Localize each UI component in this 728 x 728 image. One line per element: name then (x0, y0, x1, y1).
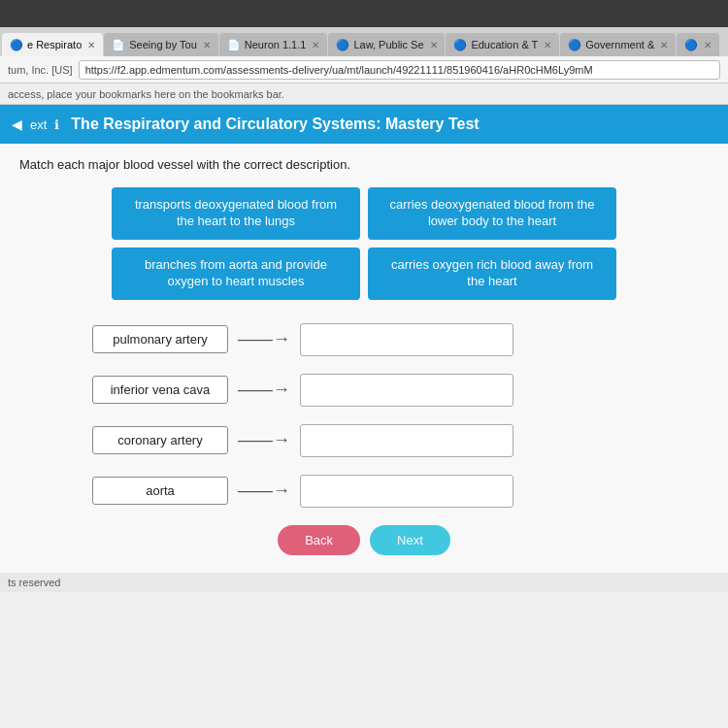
options-grid: transports deoxygenated blood from the h… (112, 187, 616, 300)
arrow-icon-4: ——→ (238, 480, 290, 501)
option-btn-3[interactable]: branches from aorta and provide oxygen t… (112, 248, 360, 300)
nav-label: ext (30, 117, 47, 132)
instruction-text: Match each major blood vessel with the c… (19, 157, 709, 172)
tab-more[interactable]: 🔵 ✕ (677, 33, 719, 56)
browser-top-bar (0, 0, 728, 27)
match-label-2: inferior vena cava (92, 376, 228, 404)
match-label-4: aorta (92, 477, 228, 505)
bottom-buttons: Back Next (19, 525, 709, 559)
tab-label: Education & T (471, 39, 538, 50)
match-label-3: coronary artery (92, 426, 228, 454)
bookmarks-bar: access, place your bookmarks here on the… (0, 83, 728, 105)
tab-icon: 📄 (227, 39, 241, 51)
arrow-icon-3: ——→ (238, 430, 290, 450)
match-label-1: pulmonary artery (92, 325, 228, 353)
tab-label: Neuron 1.1.1 (245, 39, 307, 50)
option-btn-1[interactable]: transports deoxygenated blood from the h… (112, 187, 360, 240)
tab-label: e Respirato (27, 39, 82, 50)
next-button[interactable]: Next (370, 525, 450, 555)
tab-icon: 📄 (112, 39, 125, 51)
match-drop-2[interactable] (300, 374, 513, 407)
tabs-bar: 🔵 e Respirato ✕ 📄 Seeing by Tou ✕ 📄 Neur… (0, 27, 728, 56)
tab-close[interactable]: ✕ (312, 40, 319, 50)
back-arrow[interactable]: ◀ (12, 116, 22, 132)
match-drop-3[interactable] (300, 424, 513, 457)
tab-close[interactable]: ✕ (704, 40, 711, 50)
arrow-icon-2: ——→ (238, 380, 290, 400)
tab-close[interactable]: ✕ (203, 40, 211, 50)
company-label: tum, Inc. [US] (8, 64, 73, 76)
quiz-title: The Respiratory and Circulatory Systems:… (71, 116, 479, 133)
info-icon[interactable]: ℹ (54, 117, 59, 132)
tab-close[interactable]: ✕ (430, 40, 438, 50)
main-area: Match each major blood vessel with the c… (0, 144, 728, 573)
page-content: ◀ ext ℹ The Respiratory and Circulatory … (0, 105, 728, 728)
match-row-4: aorta ——→ (92, 475, 636, 508)
tab-close[interactable]: ✕ (544, 40, 551, 50)
back-button[interactable]: Back (278, 525, 360, 555)
tab-label: Law, Public Se (353, 39, 423, 50)
match-drop-1[interactable] (300, 323, 513, 356)
tab-label: Government & (585, 39, 654, 50)
option-btn-4[interactable]: carries oxygen rich blood away from the … (368, 248, 616, 300)
address-bar: tum, Inc. [US] (0, 56, 728, 83)
bookmarks-hint: access, place your bookmarks here on the… (8, 88, 284, 100)
address-input[interactable] (79, 60, 720, 80)
quiz-header: ◀ ext ℹ The Respiratory and Circulatory … (0, 105, 728, 144)
tab-education[interactable]: 🔵 Education & T ✕ (446, 33, 559, 56)
tab-icon: 🔵 (568, 39, 581, 51)
match-row-3: coronary artery ——→ (92, 424, 636, 457)
tab-icon: 🔵 (453, 39, 467, 51)
tab-respirato[interactable]: 🔵 e Respirato ✕ (2, 33, 103, 56)
option-btn-2[interactable]: carries deoxygenated blood from the lowe… (368, 187, 616, 240)
arrow-icon-1: ——→ (238, 329, 290, 349)
tab-icon: 🔵 (336, 39, 349, 51)
match-row-2: inferior vena cava ——→ (92, 374, 636, 407)
match-drop-4[interactable] (300, 475, 513, 508)
footer-text: ts reserved (0, 573, 728, 592)
tab-close[interactable]: ✕ (87, 40, 95, 50)
tab-law[interactable]: 🔵 Law, Public Se ✕ (328, 33, 445, 56)
matching-area: pulmonary artery ——→ inferior vena cava … (92, 323, 636, 508)
tab-close[interactable]: ✕ (660, 40, 668, 50)
tab-icon: 🔵 (10, 39, 23, 51)
tab-label: 🔵 (684, 39, 698, 51)
match-row-1: pulmonary artery ——→ (92, 323, 636, 356)
tab-neuron[interactable]: 📄 Neuron 1.1.1 ✕ (219, 33, 328, 56)
tab-seeing[interactable]: 📄 Seeing by Tou ✕ (104, 33, 218, 56)
tab-government[interactable]: 🔵 Government & ✕ (560, 33, 676, 56)
tab-label: Seeing by Tou (129, 39, 197, 50)
